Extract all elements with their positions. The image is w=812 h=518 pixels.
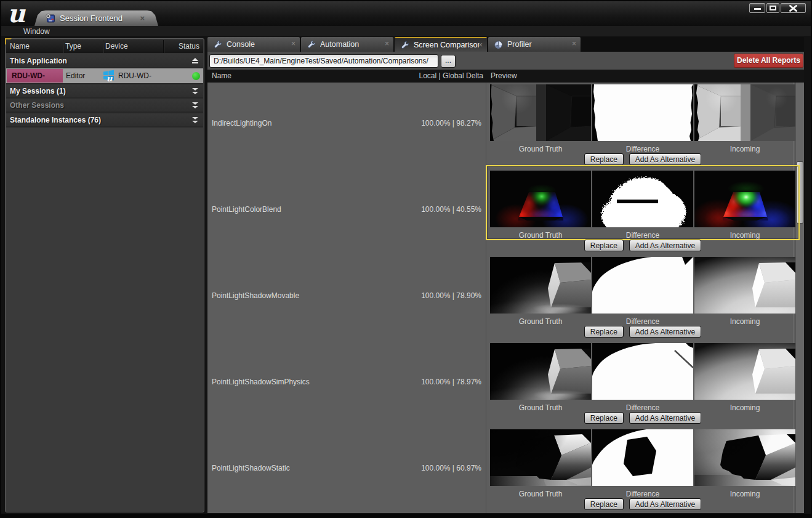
delta-values: 100.00% | 40.55% — [389, 205, 481, 214]
collapse-chevrons-icon[interactable] — [192, 88, 198, 94]
add-as-alternative-button[interactable]: Add As Alternative — [629, 498, 701, 510]
label-difference: Difference — [592, 403, 693, 412]
difference-image[interactable] — [592, 257, 693, 314]
add-as-alternative-button[interactable]: Add As Alternative — [629, 153, 701, 165]
label-ground-truth: Ground Truth — [490, 317, 591, 326]
session-row[interactable]: RDU-WD- Editor RDU-WD- — [6, 68, 203, 83]
add-as-alternative-button[interactable]: Add As Alternative — [629, 326, 701, 338]
label-incoming: Incoming — [694, 317, 795, 326]
session-frontend-icon — [45, 13, 55, 23]
replace-button[interactable]: Replace — [584, 240, 624, 251]
windows-editor-device-icon — [102, 70, 116, 83]
tab-automation[interactable]: Automation × — [301, 37, 393, 52]
delete-all-reports-button[interactable]: Delete All Reports — [734, 54, 803, 68]
browse-button[interactable]: ... — [441, 55, 456, 68]
add-as-alternative-button[interactable]: Add As Alternative — [629, 240, 701, 251]
column-header-name[interactable]: Name — [212, 71, 231, 80]
test-name: PointLightShadowMovable — [212, 291, 299, 300]
preview-block[interactable]: Ground Truth Difference Incoming — [486, 338, 799, 412]
group-row-other-sessions[interactable]: Other Sessions — [6, 99, 203, 111]
group-row-this-application[interactable]: This Application — [6, 54, 203, 67]
replace-button[interactable]: Replace — [584, 153, 624, 165]
tab-profiler[interactable]: Profiler × — [488, 37, 581, 52]
menu-bar: Window — [1, 26, 811, 37]
window-tab-session-frontend[interactable]: Session Frontend × — [34, 10, 158, 26]
ground-truth-image[interactable] — [490, 429, 591, 486]
label-incoming: Incoming — [694, 231, 795, 240]
close-icon — [789, 5, 798, 12]
column-separator[interactable] — [163, 40, 164, 53]
group-label: My Sessions (1) — [10, 87, 66, 95]
replace-button[interactable]: Replace — [584, 326, 624, 338]
label-ground-truth: Ground Truth — [490, 231, 591, 240]
collapse-chevrons-icon[interactable] — [192, 102, 198, 108]
session-type: Editor — [66, 71, 85, 80]
group-label: This Application — [10, 57, 67, 65]
collapse-chevrons-icon[interactable] — [192, 117, 198, 123]
minimize-button[interactable] — [749, 3, 765, 13]
tab-console[interactable]: Console × — [207, 37, 300, 52]
difference-image[interactable] — [592, 171, 693, 227]
close-button[interactable] — [781, 3, 806, 13]
column-separator[interactable] — [63, 40, 63, 53]
incoming-image[interactable] — [694, 343, 795, 400]
incoming-image[interactable] — [694, 429, 795, 486]
group-row-my-sessions[interactable]: My Sessions (1) — [6, 84, 203, 97]
column-header-delta[interactable]: Local | Global Delta — [360, 71, 483, 80]
session-browser-header: Name Type Device Status — [6, 39, 203, 53]
tab-close-icon[interactable]: × — [572, 40, 576, 47]
label-ground-truth: Ground Truth — [490, 403, 591, 412]
wrench-icon — [213, 40, 222, 49]
incoming-image[interactable] — [694, 257, 795, 314]
replace-button[interactable]: Replace — [584, 412, 624, 424]
incoming-image[interactable] — [694, 171, 795, 227]
delta-values: 100.00% | 78.97% — [389, 378, 481, 386]
label-difference: Difference — [592, 145, 693, 153]
tab-close-icon[interactable]: × — [291, 40, 295, 47]
column-separator[interactable] — [103, 40, 103, 53]
group-row-standalone-instances[interactable]: Standalone Instances (76) — [6, 113, 203, 126]
comparison-table-header: Name Local | Global Delta Preview — [207, 70, 804, 83]
replace-button[interactable]: Replace — [584, 498, 624, 510]
column-header-preview[interactable]: Preview — [491, 71, 517, 80]
session-name: RDU-WD- — [12, 71, 45, 80]
preview-block[interactable]: Ground Truth Difference Incoming — [486, 83, 799, 153]
label-difference: Difference — [592, 317, 693, 326]
incoming-image[interactable] — [694, 84, 795, 141]
ground-truth-image[interactable] — [490, 343, 591, 400]
tab-close-icon[interactable]: × — [385, 40, 389, 47]
test-name: PointLightShadowStatic — [212, 464, 290, 472]
comparison-table-body: IndirectLightingOn 100.00% | 98.27% Grou… — [207, 83, 804, 513]
ground-truth-image[interactable] — [490, 257, 591, 314]
delta-values: 100.00% | 78.90% — [389, 291, 481, 300]
preview-block[interactable]: Ground Truth Difference Incoming — [486, 252, 799, 326]
ground-truth-image[interactable] — [490, 171, 591, 227]
add-as-alternative-button[interactable]: Add As Alternative — [629, 412, 701, 424]
tab-screen-comparison[interactable]: Screen Comparison × — [395, 37, 487, 52]
label-ground-truth: Ground Truth — [490, 145, 591, 153]
unreal-engine-logo-icon — [7, 1, 33, 26]
menu-item-window[interactable]: Window — [23, 27, 50, 36]
column-header-type[interactable]: Type — [65, 42, 81, 51]
difference-image[interactable] — [592, 429, 693, 486]
panel-tab-bar: Console × Automation × Screen Comparison… — [207, 37, 804, 52]
column-header-name[interactable]: Name — [10, 42, 30, 51]
comparisons-path-input[interactable] — [209, 54, 438, 68]
column-header-device[interactable]: Device — [105, 42, 128, 51]
wrench-icon — [307, 40, 316, 49]
group-label: Other Sessions — [10, 101, 64, 110]
difference-image[interactable] — [592, 84, 693, 141]
ground-truth-image[interactable] — [490, 84, 591, 141]
tab-close-icon[interactable]: × — [478, 41, 483, 49]
column-header-status[interactable]: Status — [179, 42, 199, 51]
session-name-cell[interactable]: RDU-WD- — [7, 69, 63, 83]
preview-block-selected[interactable]: Ground Truth Difference Incoming — [486, 166, 799, 240]
maximize-button[interactable] — [766, 3, 779, 13]
difference-image[interactable] — [592, 343, 693, 400]
group-label: Standalone Instances (76) — [10, 116, 101, 124]
eject-icon[interactable] — [192, 58, 198, 63]
tab-label: Console — [227, 40, 292, 49]
preview-block[interactable]: Ground Truth Difference Incoming — [486, 424, 799, 498]
label-incoming: Incoming — [694, 403, 795, 412]
window-tab-close-icon[interactable]: × — [140, 14, 145, 22]
